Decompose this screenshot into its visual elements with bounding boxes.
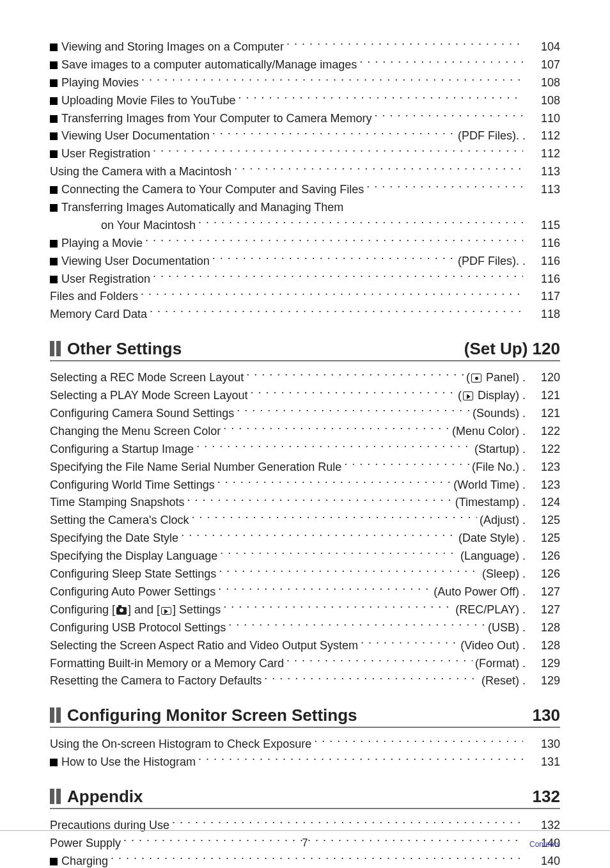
toc-entry-page: 116 [526,271,560,288]
leader-dots [172,817,523,829]
toc-entry[interactable]: Files and Folders117 [50,288,560,306]
toc-entry[interactable]: Configuring a Startup Image (Startup) .1… [50,441,560,459]
square-bullet-icon [50,858,58,865]
toc-sub-entry[interactable]: User Registration112 [50,145,560,163]
toc-entry-page: 124 [526,494,560,512]
section-header-appendix: Appendix 132 [50,787,560,809]
toc-entry[interactable]: Setting the Camera's Clock (Adjust) .125 [50,512,560,530]
leader-dots [212,253,455,265]
toc-sub-entry[interactable]: Viewing and Storing Images on a Computer… [50,38,560,56]
toc-sub-entry[interactable]: Connecting the Camera to Your Computer a… [50,181,560,199]
toc-entry[interactable]: Changing the Menu Screen Color (Menu Col… [50,423,560,441]
toc-entry-page: 112 [526,127,560,145]
toc-entry[interactable]: Configuring [] and [] Settings (REC/PLAY… [50,601,560,619]
display-play-box-icon [463,391,473,400]
toc-entry-label: Selecting a REC Mode Screen Layout [50,369,244,387]
toc-sub-entry[interactable]: Viewing User Documentation (PDF Files). … [50,253,560,271]
toc-entry-page: 126 [526,548,560,565]
leader-dots [141,288,523,300]
toc-entry[interactable]: Time Stamping Snapshots (Timestamp) .124 [50,494,560,512]
toc-entry-label: Configuring [] and [] Settings [50,601,221,619]
toc-sub-entry[interactable]: Save images to a computer automatically/… [50,56,560,74]
leader-dots [181,530,456,542]
toc-entry-page: 116 [526,253,560,271]
section-meta: (Set Up) 120 [464,339,560,359]
toc-entry-page: 123 [526,477,560,494]
footer-section-label[interactable]: Contents [529,840,560,849]
toc-entry-page: 131 [526,754,560,771]
toc-entry[interactable]: Specifying the Date Style (Date Style) .… [50,530,560,548]
section-title: Configuring Monitor Screen Settings [67,706,533,725]
toc-entry-label: Configuring World Time Settings [50,477,215,494]
toc-entry-page: 108 [526,92,560,110]
toc-entry[interactable]: Configuring Sleep State Settings (Sleep)… [50,565,560,583]
toc-entry-page: 113 [526,181,560,199]
toc-entry[interactable]: Selecting the Screen Aspect Ratio and Vi… [50,637,560,655]
toc-sub-entry[interactable]: Charging140 [50,853,560,868]
toc-entry[interactable]: Resetting the Camera to Factory Defaults… [50,672,560,690]
toc-sub-entry[interactable]: How to Use the Histogram131 [50,754,560,771]
toc-entry-suffix: (REC/PLAY) . [455,601,526,619]
square-bullet-icon [50,240,58,248]
toc-entry[interactable]: Configuring Auto Power Settings (Auto Po… [50,583,560,601]
toc-entry[interactable]: Using the On-screen Histogram to Check E… [50,736,560,754]
page-footer: 7 Contents [0,830,610,849]
toc-entry[interactable]: Configuring Camera Sound Settings (Sound… [50,405,560,423]
toc-entry-suffix: (PDF Files). . [458,127,526,145]
square-bullet-icon [50,115,58,123]
leader-dots [375,111,523,122]
toc-entry[interactable]: Selecting a REC Mode Screen Layout ( Pan… [50,369,560,387]
square-bullet-icon [50,150,58,158]
leader-dots [198,217,523,229]
toc-entry-label: Configuring a Startup Image [50,441,194,459]
leader-dots [217,477,451,489]
toc-entry-suffix: (Sleep) . [482,565,526,583]
toc-sub-entry[interactable]: Transferring Images Automatically and Ma… [50,199,560,217]
toc-entry-suffix: (File No.) . [472,459,526,477]
leader-dots [198,754,523,766]
leader-dots [286,656,473,667]
toc-entry-label: Charging [61,853,108,868]
toc-entry[interactable]: on Your Macintosh115 [50,217,560,235]
toc-entry-suffix: (Startup) . [474,441,526,459]
toc-entry-suffix: (PDF Files). . [458,253,526,271]
toc-entry-suffix: (Video Out) . [460,637,526,655]
square-bullet-icon [50,132,58,140]
section-meta: 132 [533,787,560,807]
toc-entry-page: 125 [526,530,560,548]
toc-entry-label: Save images to a computer automatically/… [61,56,357,74]
toc-entry[interactable]: Configuring World Time Settings (World T… [50,477,560,494]
toc-sub-entry[interactable]: Playing Movies108 [50,74,560,92]
toc-entry-label: User Registration [61,145,150,163]
toc-sub-entry[interactable]: Uploading Movie Files to YouTube108 [50,92,560,110]
toc-entry-label: Using the On-screen Histogram to Check E… [50,736,311,754]
leader-dots [153,146,523,157]
toc-entry[interactable]: Configuring USB Protocol Settings (USB) … [50,619,560,637]
square-bullet-icon [50,759,58,766]
toc-entry-page: 120 [526,369,560,387]
toc-entry-page: 108 [526,74,560,92]
toc-entry[interactable]: Selecting a PLAY Mode Screen Layout ( Di… [50,387,560,405]
toc-entry-label: Setting the Camera's Clock [50,512,189,530]
toc-entry-page: 115 [526,217,560,235]
toc-entry[interactable]: Memory Card Data118 [50,306,560,324]
leader-dots [218,584,431,596]
section-meta: 130 [533,706,560,725]
toc-entry-page: 110 [526,110,560,128]
toc-entry-label: Files and Folders [50,288,138,306]
toc-entry-label: Configuring Sleep State Settings [50,565,216,583]
toc-entry[interactable]: Using the Camera with a Macintosh113 [50,163,560,181]
leader-dots [361,638,458,649]
toc-entry-page: 104 [526,38,560,56]
toc-entry-suffix: (World Time) . [453,477,526,494]
toc-entry-label: Playing Movies [61,74,139,92]
toc-entry[interactable]: Formatting Built-in Memory or a Memory C… [50,655,560,673]
toc-entry[interactable]: Specifying the Display Language (Languag… [50,548,560,565]
toc-entry-page: 127 [526,601,560,619]
section-header-config-monitor: Configuring Monitor Screen Settings 130 [50,706,560,728]
toc-sub-entry[interactable]: User Registration116 [50,271,560,288]
toc-sub-entry[interactable]: Transferring Images from Your Computer t… [50,110,560,128]
toc-entry[interactable]: Specifying the File Name Serial Number G… [50,459,560,477]
toc-sub-entry[interactable]: Viewing User Documentation (PDF Files). … [50,127,560,145]
toc-sub-entry[interactable]: Playing a Movie116 [50,235,560,253]
